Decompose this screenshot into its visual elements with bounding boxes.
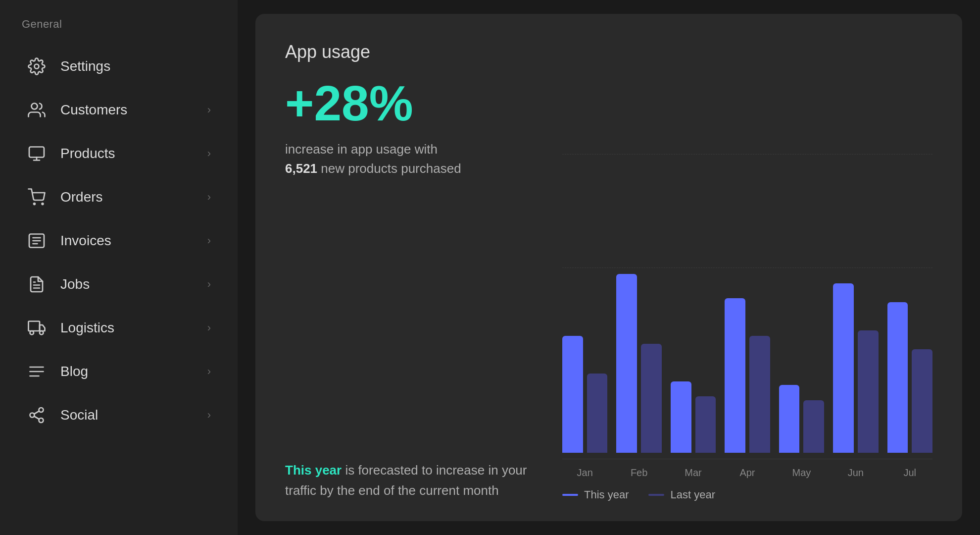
card-title: App usage (285, 42, 932, 62)
chevron-right-icon-products: › (207, 147, 211, 160)
chevron-right-icon-social: › (207, 409, 211, 422)
legend-line-last-year (648, 494, 664, 496)
svg-point-13 (40, 331, 44, 335)
chevron-right-icon-customers: › (207, 104, 211, 116)
legend-label-this-year: This year (584, 488, 629, 501)
stat-description: increase in app usage with 6,521 new pro… (285, 140, 542, 178)
logistics-icon (27, 318, 47, 338)
sidebar-item-invoices[interactable]: Invoices › (5, 220, 233, 262)
legend-line-this-year (562, 494, 578, 496)
bar-last-year-jul (912, 349, 932, 453)
sidebar-item-label-settings: Settings (60, 58, 110, 74)
svg-point-12 (30, 331, 34, 335)
main-content: App usage +28% increase in app usage wit… (238, 0, 980, 535)
chart-label-jan: Jan (562, 467, 607, 479)
jobs-icon (27, 274, 47, 294)
bar-group-jun (833, 283, 878, 453)
invoices-icon (27, 231, 47, 251)
orders-icon (27, 187, 47, 207)
chart-label-apr: Apr (725, 467, 770, 479)
chart-label-feb: Feb (616, 467, 661, 479)
chevron-right-icon-logistics: › (207, 321, 211, 334)
social-icon (27, 405, 47, 425)
sidebar-item-logistics[interactable]: Logistics › (5, 307, 233, 349)
bar-last-year-mar (695, 396, 716, 453)
bar-group-apr (725, 298, 770, 453)
svg-point-0 (35, 64, 39, 69)
bar-last-year-apr (749, 336, 770, 453)
sidebar: General Settings Customers › Products › (0, 0, 238, 535)
bar-group-feb (616, 274, 661, 453)
chevron-right-icon-blog: › (207, 365, 211, 378)
chart-label-may: May (779, 467, 824, 479)
bar-group-jan (562, 336, 607, 453)
svg-rect-11 (29, 321, 40, 331)
chart-label-jun: Jun (833, 467, 878, 479)
products-icon (27, 144, 47, 163)
sidebar-section-label: General (0, 18, 238, 45)
chart-label-mar: Mar (671, 467, 716, 479)
card-stats: +28% increase in app usage with 6,521 ne… (285, 78, 542, 501)
bar-last-year-feb (641, 344, 662, 453)
legend-last-year: Last year (648, 488, 715, 501)
sidebar-item-label-logistics: Logistics (60, 320, 114, 336)
sidebar-item-label-social: Social (60, 407, 98, 423)
sidebar-item-label-blog: Blog (60, 364, 88, 379)
sidebar-item-products[interactable]: Products › (5, 133, 233, 174)
bar-group-mar (671, 381, 716, 453)
bar-this-year-apr (725, 298, 745, 453)
legend-label-last-year: Last year (670, 488, 715, 501)
bar-this-year-may (779, 385, 800, 453)
chart-labels: JanFebMarAprMayJunJul (562, 459, 932, 479)
bar-this-year-jul (887, 302, 908, 453)
sidebar-item-jobs[interactable]: Jobs › (5, 264, 233, 305)
settings-icon (27, 56, 47, 76)
bar-this-year-mar (671, 381, 691, 453)
svg-point-3 (34, 203, 35, 205)
customers-icon (27, 100, 47, 120)
bar-last-year-jan (587, 374, 608, 453)
bar-this-year-feb (616, 274, 637, 453)
chevron-right-icon-jobs: › (207, 278, 211, 291)
chevron-right-icon-orders: › (207, 191, 211, 204)
chart-bars (562, 78, 932, 457)
sidebar-item-label-jobs: Jobs (60, 276, 90, 292)
bar-last-year-jun (858, 330, 879, 453)
sidebar-item-blog[interactable]: Blog › (5, 351, 233, 392)
bar-group-may (779, 385, 824, 453)
bar-this-year-jan (562, 336, 583, 453)
svg-point-4 (42, 203, 44, 205)
sidebar-item-label-orders: Orders (60, 189, 103, 205)
svg-line-20 (34, 416, 39, 419)
app-usage-card: App usage +28% increase in app usage wit… (255, 14, 962, 521)
bar-last-year-may (803, 400, 824, 453)
legend-this-year: This year (562, 488, 629, 501)
stat-value: +28% (285, 78, 542, 128)
chart-container: JanFebMarAprMayJunJul This year Last yea… (562, 78, 932, 501)
svg-rect-2 (29, 147, 44, 158)
chevron-right-icon-invoices: › (207, 234, 211, 247)
bar-group-jul (887, 302, 932, 453)
bar-this-year-jun (833, 283, 854, 453)
forecast-text: This year is forecasted to increase in y… (285, 460, 542, 501)
sidebar-item-social[interactable]: Social › (5, 394, 233, 436)
sidebar-item-label-products: Products (60, 146, 115, 161)
sidebar-item-customers[interactable]: Customers › (5, 89, 233, 131)
sidebar-item-label-invoices: Invoices (60, 233, 111, 249)
sidebar-item-orders[interactable]: Orders › (5, 176, 233, 218)
sidebar-item-label-customers: Customers (60, 102, 127, 118)
sidebar-item-settings[interactable]: Settings (5, 46, 233, 87)
chart-area: JanFebMarAprMayJunJul This year Last yea… (562, 78, 932, 501)
chart-legend: This year Last year (562, 479, 932, 501)
chart-label-jul: Jul (887, 467, 932, 479)
blog-icon (27, 362, 47, 381)
svg-line-21 (34, 411, 39, 414)
svg-point-1 (32, 104, 38, 109)
